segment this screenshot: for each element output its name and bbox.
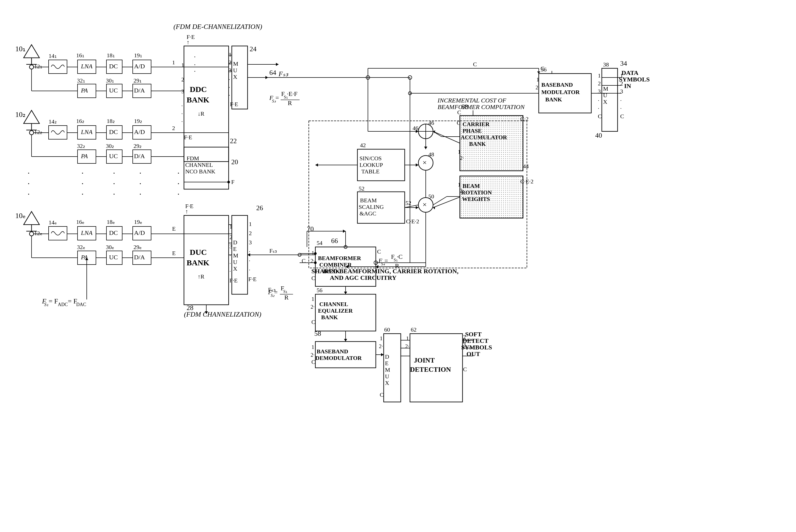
svg-text:1: 1 bbox=[311, 250, 314, 256]
svg-text:58: 58 bbox=[314, 330, 321, 337]
svg-text:X: X bbox=[385, 380, 389, 386]
svg-text:·: · bbox=[620, 105, 622, 112]
svg-text:·: · bbox=[229, 84, 230, 91]
svg-text:BANK: BANK bbox=[545, 96, 562, 103]
svg-text:·: · bbox=[229, 268, 231, 274]
svg-text:16₁: 16₁ bbox=[76, 52, 84, 59]
svg-text:OUT: OUT bbox=[467, 350, 480, 357]
svg-text:F: F bbox=[231, 179, 234, 185]
svg-text:22: 22 bbox=[230, 137, 237, 145]
svg-text:ROTATION: ROTATION bbox=[461, 189, 492, 196]
svg-text:2·: 2· bbox=[535, 84, 539, 90]
svg-text:BEAM: BEAM bbox=[462, 183, 480, 189]
svg-text:BEAMFORMER COMPUTATION: BEAMFORMER COMPUTATION bbox=[438, 103, 525, 110]
svg-text:2: 2 bbox=[598, 80, 601, 87]
svg-text:54: 54 bbox=[317, 240, 322, 246]
svg-text:=: = bbox=[276, 94, 279, 101]
svg-text:C: C bbox=[463, 366, 467, 373]
svg-text:30ₑ: 30ₑ bbox=[106, 244, 114, 250]
svg-text:60: 60 bbox=[384, 326, 390, 333]
svg-text:1: 1 bbox=[229, 51, 231, 58]
svg-text:2·: 2· bbox=[460, 188, 464, 194]
svg-text:PA: PA bbox=[81, 87, 88, 94]
svg-text:C: C bbox=[377, 248, 381, 255]
svg-text:18₁: 18₁ bbox=[107, 52, 115, 59]
svg-text:LOOKUP: LOOKUP bbox=[360, 162, 383, 168]
svg-text:·: · bbox=[249, 267, 250, 273]
svg-text:1: 1 bbox=[458, 181, 461, 188]
svg-text:2: 2 bbox=[229, 59, 231, 66]
svg-text:D: D bbox=[233, 239, 237, 246]
svg-text:2: 2 bbox=[172, 125, 175, 131]
svg-text:2: 2 bbox=[181, 76, 184, 83]
svg-text:·: · bbox=[27, 179, 30, 188]
svg-text:D/A: D/A bbox=[134, 87, 145, 94]
svg-text:·: · bbox=[27, 189, 30, 199]
svg-text:19₁: 19₁ bbox=[134, 52, 142, 59]
svg-text:52: 52 bbox=[405, 200, 411, 206]
svg-text:WEIGHTS: WEIGHTS bbox=[462, 196, 490, 202]
svg-text:·E·F: ·E·F bbox=[287, 90, 298, 97]
svg-text:LNA: LNA bbox=[81, 63, 93, 70]
svg-text:1: 1 bbox=[406, 335, 409, 342]
svg-text:×: × bbox=[422, 201, 427, 209]
svg-text:·: · bbox=[177, 168, 179, 178]
svg-text:1: 1 bbox=[172, 59, 175, 66]
svg-text:JOINT: JOINT bbox=[414, 357, 435, 364]
svg-text:19₂: 19₂ bbox=[134, 118, 142, 124]
svg-text:·: · bbox=[113, 179, 115, 188]
svg-text:DC: DC bbox=[109, 229, 118, 236]
svg-text:(FDM DE-CHANNELIZATION): (FDM DE-CHANNELIZATION) bbox=[173, 23, 262, 31]
svg-text:S₁: S₁ bbox=[283, 289, 287, 294]
svg-text:CARRIER: CARRIER bbox=[462, 121, 490, 128]
svg-text:BASEBAND: BASEBAND bbox=[317, 348, 348, 355]
svg-text:Fₛ₃: Fₛ₃ bbox=[278, 70, 288, 78]
svg-text:D: D bbox=[385, 353, 389, 360]
svg-text:C: C bbox=[473, 61, 477, 68]
svg-text:M: M bbox=[233, 252, 238, 259]
svg-text:UC: UC bbox=[109, 87, 118, 94]
svg-text:A/D: A/D bbox=[134, 229, 145, 236]
svg-text:F·E: F·E bbox=[229, 277, 238, 284]
svg-text:66: 66 bbox=[331, 237, 338, 245]
svg-text:3: 3 bbox=[249, 239, 252, 246]
svg-text:3: 3 bbox=[598, 88, 601, 95]
svg-text:DUC: DUC bbox=[190, 248, 207, 256]
svg-text:R: R bbox=[288, 99, 292, 107]
svg-text:C: C bbox=[380, 392, 384, 398]
svg-text:12₁: 12₁ bbox=[34, 63, 42, 70]
svg-text:3: 3 bbox=[181, 88, 184, 95]
antenna1-label: 10₁ bbox=[15, 45, 25, 53]
svg-text:BANK: BANK bbox=[321, 314, 338, 321]
svg-text:C: C bbox=[302, 258, 306, 264]
svg-text:10ₑ: 10ₑ bbox=[15, 211, 26, 220]
svg-text:29ₑ: 29ₑ bbox=[133, 244, 141, 250]
svg-text:12ₑ: 12ₑ bbox=[34, 230, 42, 236]
svg-text:DC: DC bbox=[109, 129, 118, 135]
svg-text:= F: = F bbox=[49, 298, 58, 305]
svg-text:BANK: BANK bbox=[187, 258, 209, 267]
svg-text:26: 26 bbox=[256, 204, 263, 212]
svg-text:·: · bbox=[598, 105, 600, 112]
svg-text:C: C bbox=[598, 113, 602, 119]
svg-text:·: · bbox=[194, 53, 196, 61]
svg-text:X: X bbox=[233, 74, 237, 80]
svg-text:12₂: 12₂ bbox=[34, 129, 42, 135]
svg-text:·: · bbox=[81, 189, 83, 199]
svg-text:SIN/COS: SIN/COS bbox=[360, 155, 382, 162]
svg-text:2·: 2· bbox=[310, 352, 315, 358]
svg-text:SYMBOLS: SYMBOLS bbox=[619, 76, 650, 83]
svg-text:20: 20 bbox=[231, 158, 238, 166]
svg-text:↓R: ↓R bbox=[197, 110, 205, 117]
svg-text:52: 52 bbox=[359, 185, 364, 192]
svg-text:ACCUMULATOR: ACCUMULATOR bbox=[461, 134, 508, 140]
svg-text:E: E bbox=[233, 246, 236, 252]
svg-text:18ₑ: 18ₑ bbox=[107, 218, 115, 225]
svg-text:44: 44 bbox=[523, 163, 529, 169]
svg-text:62: 62 bbox=[411, 326, 417, 333]
svg-text:D/A: D/A bbox=[134, 254, 145, 261]
svg-text:3: 3 bbox=[229, 67, 231, 74]
svg-text:BASEBAND: BASEBAND bbox=[541, 81, 573, 88]
svg-text:×: × bbox=[422, 158, 427, 167]
svg-text:C: C bbox=[311, 275, 315, 281]
